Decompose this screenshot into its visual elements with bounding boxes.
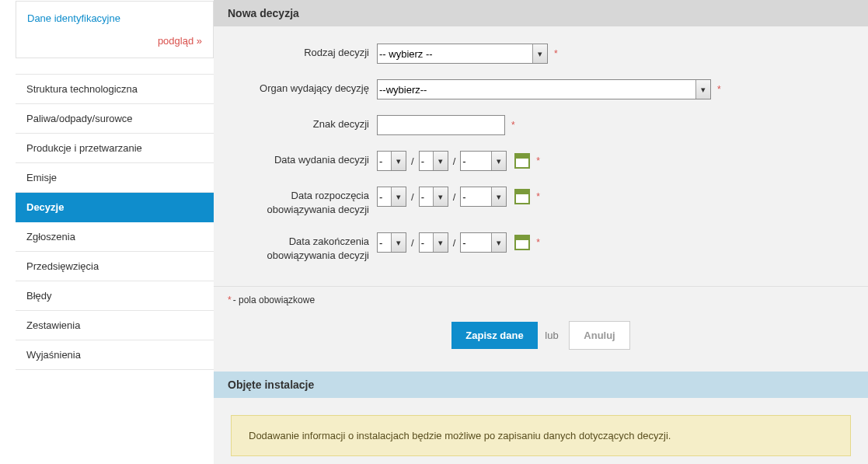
select-month-zakonczenia[interactable]: - — [419, 232, 448, 253]
label-data-rozpoczecia: Data rozpoczęcia obowiązywania decyzji — [241, 187, 377, 217]
calendar-icon[interactable] — [514, 235, 530, 250]
sidebar-item-przedsiewziecia[interactable]: Przedsięwzięcia — [16, 252, 214, 281]
sidebar-item-zestawienia[interactable]: Zestawienia — [16, 311, 214, 340]
label-organ: Organ wydający decyzję — [241, 79, 377, 96]
select-day-rozpoczecia[interactable]: - — [377, 187, 406, 207]
required-asterisk: * — [533, 191, 540, 202]
required-note: *- pola obowiązkowe — [214, 286, 868, 321]
calendar-icon[interactable] — [514, 189, 530, 204]
sidebar-item-zgloszenia[interactable]: Zgłoszenia — [16, 222, 214, 252]
cancel-button[interactable]: Anuluj — [569, 321, 629, 350]
or-separator: lub — [545, 330, 558, 341]
sidebar-item-wyjasnienia[interactable]: Wyjaśnienia — [16, 340, 214, 370]
preview-link[interactable]: podgląd » — [158, 35, 202, 47]
sidebar-item-emisje[interactable]: Emisje — [16, 163, 214, 193]
required-asterisk: * — [508, 120, 515, 131]
form-title: Nowa decyzja — [214, 0, 868, 26]
label-data-wydania: Data wydania decyzji — [241, 151, 377, 167]
select-month-wydania[interactable]: - — [419, 151, 448, 171]
label-znak: Znak decyzji — [241, 115, 377, 131]
sidebar-item-decyzje[interactable]: Decyzje — [16, 193, 214, 222]
select-year-zakonczenia[interactable]: - — [460, 232, 507, 253]
identification-box: Dane identyfikacyjne podgląd » — [16, 1, 214, 58]
required-asterisk: * — [533, 155, 540, 166]
select-year-rozpoczecia[interactable]: - — [460, 187, 507, 207]
required-asterisk: * — [551, 48, 558, 59]
label-data-zakonczenia: Data zakończenia obowiązywania decyzji — [241, 232, 377, 263]
section-installations-title: Objęte instalacje — [214, 372, 868, 398]
select-organ[interactable]: --wybierz-- — [377, 79, 711, 99]
info-message: Dodawanie informacji o instalacjach będz… — [231, 415, 851, 456]
select-month-rozpoczecia[interactable]: - — [419, 187, 448, 207]
sidebar-item-bledy[interactable]: Błędy — [16, 281, 214, 311]
sidebar-item-paliwa[interactable]: Paliwa/odpady/surowce — [16, 104, 214, 134]
select-rodzaj[interactable]: -- wybierz -- — [377, 44, 548, 64]
sidebar-item-struktura[interactable]: Struktura technologiczna — [16, 75, 214, 104]
label-rodzaj: Rodzaj decyzji — [241, 44, 377, 60]
select-day-zakonczenia[interactable]: - — [377, 232, 406, 253]
required-asterisk: * — [714, 84, 721, 95]
sidebar-item-produkcje[interactable]: Produkcje i przetwarzanie — [16, 134, 214, 163]
select-year-wydania[interactable]: - — [460, 151, 507, 171]
sidebar-nav: Struktura technologiczna Paliwa/odpady/s… — [16, 74, 214, 370]
save-button[interactable]: Zapisz dane — [451, 322, 537, 349]
required-asterisk: * — [533, 237, 540, 248]
identification-title[interactable]: Dane identyfikacyjne — [27, 12, 202, 24]
select-day-wydania[interactable]: - — [377, 151, 406, 171]
calendar-icon[interactable] — [514, 153, 530, 169]
input-znak[interactable] — [377, 115, 505, 135]
